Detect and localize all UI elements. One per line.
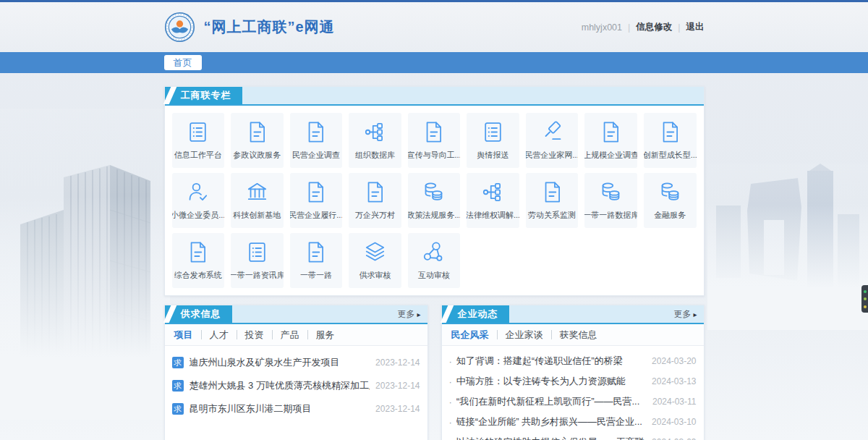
supply-more-link[interactable]: 更多 ▸ — [397, 305, 420, 323]
supply-item[interactable]: 求 迪庆州山泉水及矿泉水生产开发项目 2023-12-14 — [172, 351, 420, 374]
demand-badge: 求 — [172, 357, 184, 368]
supply-item[interactable]: 求 楚雄州大姚县 3 万吨优质薄壳核桃精深加工及科... 2023-12-14 — [172, 374, 420, 397]
news-item[interactable]: · 链接“企业所能” 共助乡村振兴——民营企业... 2024-03-10 — [449, 412, 697, 432]
service-card[interactable]: 小微企业委员... — [172, 173, 225, 228]
service-card[interactable]: 宣传与导向工... — [408, 113, 461, 168]
tab-private-enterprise-style[interactable]: 民企风采 — [449, 330, 497, 339]
supply-list: 求 迪庆州山泉水及矿泉水生产开发项目 2023-12-14 求 楚雄州大姚县 3… — [165, 346, 427, 420]
news-item[interactable]: · 以法治的确定性助力提信心促发展——工商联... 2024-03-09 — [449, 432, 697, 440]
logout-link[interactable]: 退出 — [686, 21, 705, 33]
news-item[interactable]: · 知了背调：搭建起“传递职业信任”的桥梁 2024-03-20 — [449, 351, 697, 371]
list-board-icon — [245, 240, 269, 264]
service-card[interactable]: 科技创新基地 — [231, 173, 284, 228]
service-card[interactable]: 一带一路资讯库 — [231, 233, 284, 288]
tab-award-info[interactable]: 获奖信息 — [551, 330, 605, 339]
news-panel-header: 企业动态 更多 ▸ — [442, 305, 704, 324]
more-arrow-icon: ▸ — [693, 310, 697, 318]
item-title[interactable]: 昆明市东川区东川港二期项目 — [190, 402, 370, 415]
demand-badge: 求 — [172, 403, 184, 415]
service-label: 劳动关系监测 — [528, 210, 576, 221]
service-card[interactable]: 舆情报送 — [467, 113, 519, 168]
service-card[interactable]: 民营企业履行... — [290, 173, 343, 228]
supply-demand-panel: 供求信息 更多 ▸ 项目 人才 投资 产品 服务 求 迪庆州山泉水及矿泉水生产开… — [164, 305, 428, 440]
item-title[interactable]: 以法治的确定性助力提信心促发展——工商联... — [456, 436, 646, 440]
service-card[interactable]: 参政议政服务 — [231, 113, 284, 168]
database-icon — [658, 180, 682, 204]
person-check-icon — [186, 180, 210, 204]
nav-home-button[interactable]: 首页 — [164, 55, 202, 70]
document-icon — [599, 120, 623, 144]
item-title[interactable]: 链接“企业所能” 共助乡村振兴——民营企业... — [456, 415, 646, 428]
site-header: “网上工商联”e网通 mhlyjx001 | 信息修改 | 退出 — [0, 2, 868, 52]
service-card[interactable]: 民营企业家网... — [526, 113, 579, 168]
service-card[interactable]: 劳动关系监测 — [526, 173, 579, 228]
user-area: mhlyjx001 | 信息修改 | 退出 — [582, 21, 705, 33]
item-title[interactable]: 楚雄州大姚县 3 万吨优质薄壳核桃精深加工及科... — [190, 379, 370, 392]
document-icon — [304, 180, 328, 204]
service-label: 一带一路 — [300, 270, 332, 281]
service-card[interactable]: 供求审核 — [349, 233, 401, 288]
news-item[interactable]: · 中瑞方胜：以专注铸专长为人力资源赋能 2024-03-13 — [449, 371, 697, 392]
item-title[interactable]: 中瑞方胜：以专注铸专长为人力资源赋能 — [456, 375, 646, 388]
service-label: 万企兴万村 — [355, 210, 395, 221]
item-title[interactable]: 知了背调：搭建起“传递职业信任”的桥梁 — [456, 355, 646, 368]
item-date: 2023-12-14 — [375, 381, 420, 391]
edit-info-link[interactable]: 信息修改 — [636, 21, 672, 33]
service-card[interactable]: 万企兴万村 — [349, 173, 401, 228]
service-card[interactable]: 上规模企业调查 — [584, 113, 637, 168]
tab-entrepreneur-talks[interactable]: 企业家谈 — [497, 330, 551, 339]
separator: | — [678, 22, 680, 33]
service-label: 法律维权调解... — [467, 210, 519, 221]
item-title[interactable]: “我们在新时代新征程上凯歌而行”——民营... — [456, 395, 647, 408]
tab-products[interactable]: 产品 — [272, 330, 307, 339]
service-label: 一带一路数据库 — [584, 210, 637, 221]
bullet-dot: · — [449, 397, 452, 407]
more-label: 更多 — [673, 308, 691, 321]
service-card[interactable]: 一带一路 — [290, 233, 343, 288]
service-label: 创新型成长型... — [644, 150, 697, 161]
service-card[interactable]: 互动审核 — [408, 233, 461, 288]
document-icon — [304, 120, 328, 144]
share-nodes-icon — [422, 240, 446, 264]
service-label: 上规模企业调查 — [584, 150, 637, 161]
tab-services[interactable]: 服务 — [307, 330, 343, 339]
document-icon — [186, 240, 210, 264]
item-date: 2023-12-14 — [375, 358, 420, 368]
bullet-dot: · — [449, 376, 452, 387]
news-item[interactable]: · “我们在新时代新征程上凯歌而行”——民营... 2024-03-11 — [449, 392, 697, 412]
service-card[interactable]: 一带一路数据库 — [584, 173, 637, 228]
federation-logo-icon — [164, 12, 195, 43]
item-date: 2024-03-11 — [652, 397, 697, 407]
service-card[interactable]: 综合发布系统 — [172, 233, 225, 288]
news-panel-title: 企业动态 — [442, 305, 509, 323]
service-card[interactable]: 创新型成长型... — [644, 113, 697, 168]
site-title: “网上工商联”e网通 — [204, 17, 335, 37]
org-tree-icon — [363, 120, 387, 144]
supply-panel-title: 供求信息 — [165, 305, 232, 323]
supply-item[interactable]: 求 昆明市东川区东川港二期项目 2023-12-14 — [172, 397, 420, 420]
layers-icon — [363, 240, 387, 264]
service-label: 小微企业委员... — [172, 210, 225, 221]
document-icon — [422, 120, 446, 144]
service-card[interactable]: 金融服务 — [644, 173, 697, 228]
service-card[interactable]: 政策法规服务... — [408, 173, 461, 228]
service-label: 互动审核 — [418, 270, 450, 281]
service-card[interactable]: 法律维权调解... — [467, 173, 519, 228]
database-icon — [422, 180, 446, 204]
service-card[interactable]: 信息工作平台 — [172, 113, 225, 168]
tab-projects[interactable]: 项目 — [172, 330, 201, 339]
item-title[interactable]: 迪庆州山泉水及矿泉水生产开发项目 — [190, 356, 370, 369]
more-label: 更多 — [397, 308, 414, 321]
news-more-link[interactable]: 更多 ▸ — [673, 305, 697, 323]
service-card[interactable]: 组织数据库 — [349, 113, 401, 168]
services-panel-header: 工商联专栏 — [165, 87, 704, 106]
bullet-dot: · — [449, 417, 452, 428]
service-label: 民营企业调查 — [292, 150, 340, 161]
tab-investment[interactable]: 投资 — [237, 330, 272, 339]
tab-talent[interactable]: 人才 — [201, 330, 237, 339]
document-icon — [304, 240, 328, 264]
services-panel: 工商联专栏 信息工作平台 参政议政服务 民营企业调查 组织数据库 宣传与导向工.… — [164, 86, 705, 296]
service-card[interactable]: 民营企业调查 — [290, 113, 343, 168]
bullet-dot: · — [449, 356, 452, 367]
item-date: 2024-03-20 — [652, 356, 696, 366]
